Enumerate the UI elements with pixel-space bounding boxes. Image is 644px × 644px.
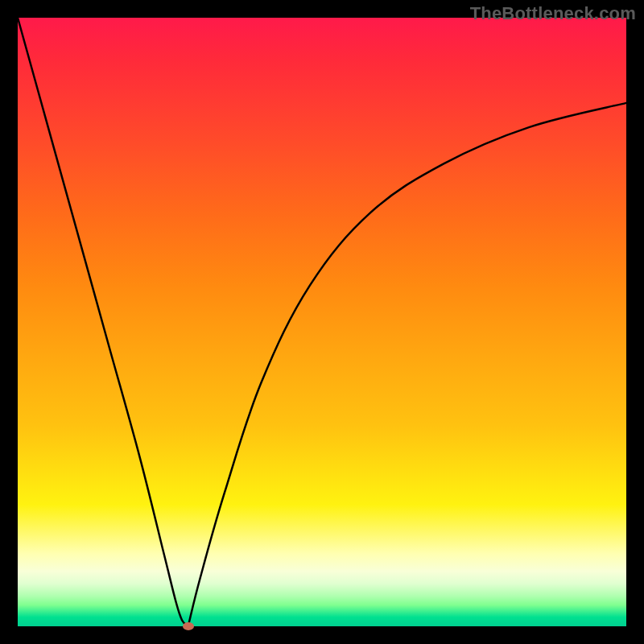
bottleneck-curve bbox=[18, 18, 626, 626]
curve-right-branch bbox=[188, 103, 626, 626]
curve-left-branch bbox=[18, 18, 188, 626]
watermark-text: TheBottleneck.com bbox=[470, 3, 636, 24]
chart-frame: TheBottleneck.com bbox=[0, 0, 644, 644]
optimal-point-marker bbox=[183, 622, 194, 630]
